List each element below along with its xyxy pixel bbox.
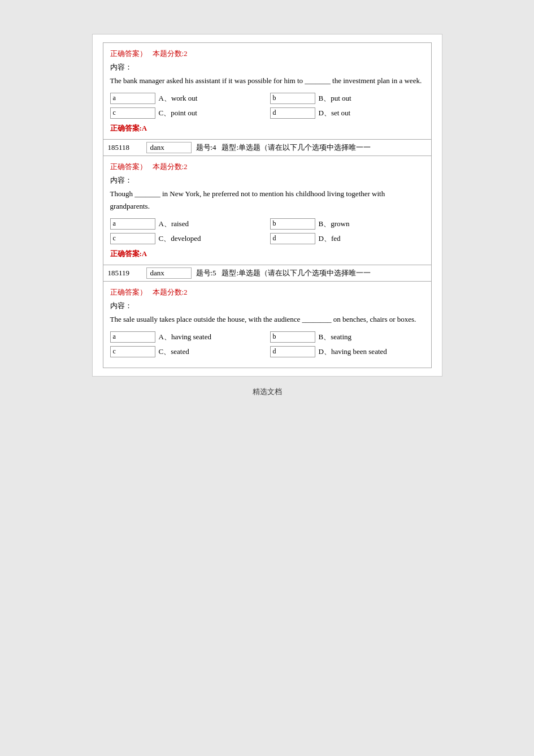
question-block-2: 185118 danx 题号:4 题型:单选题（请在以下几个选项中选择唯一一 正… <box>103 140 432 265</box>
content-label-1: 内容： <box>110 62 424 72</box>
content-label-3: 内容： <box>110 301 424 311</box>
option-box-3d[interactable]: d <box>270 346 315 357</box>
option-label-3d: D、having been seated <box>319 347 387 357</box>
option-label-2d: D、fed <box>319 234 341 244</box>
option-2a: a A、raised <box>110 218 264 230</box>
question-body-1: 正确答案） 本题分数:2 内容： The bank manager asked … <box>103 43 431 139</box>
option-box-1a[interactable]: a <box>110 93 155 104</box>
options-1: a A、work out b B、put out c C、point out d… <box>110 93 424 119</box>
content-label-2: 内容： <box>110 175 424 185</box>
option-label-3b: B、seating <box>319 332 352 342</box>
option-label-1b: B、put out <box>319 93 351 103</box>
page-container: 正确答案） 本题分数:2 内容： The bank manager asked … <box>92 34 442 377</box>
score-label-2: 本题分数:2 <box>153 162 188 173</box>
score-label-1: 本题分数:2 <box>153 49 188 60</box>
option-1c: c C、point out <box>110 107 264 119</box>
option-box-2a[interactable]: a <box>110 218 155 230</box>
option-label-1d: D、set out <box>319 108 351 118</box>
question-body-3: 正确答案） 本题分数:2 内容： The sale usually takes … <box>103 282 431 368</box>
question-meta-2: 题号:4 题型:单选题（请在以下几个选项中选择唯一一 <box>196 142 371 153</box>
score-label-3: 本题分数:2 <box>153 287 188 299</box>
answer-2: 正确答案:A <box>110 249 424 259</box>
question-author-2: danx <box>146 142 192 153</box>
option-box-1d[interactable]: d <box>270 107 315 119</box>
options-3: a A、having seated b B、seating c C、seated… <box>110 331 424 357</box>
option-box-2d[interactable]: d <box>270 233 315 244</box>
question-id-2: 185118 <box>108 143 142 152</box>
option-3b: b B、seating <box>270 331 424 343</box>
option-label-2c: C、developed <box>159 234 201 244</box>
question-header-2: 185118 danx 题号:4 题型:单选题（请在以下几个选项中选择唯一一 <box>103 140 431 156</box>
question-text-3: The sale usually takes place outside the… <box>110 313 424 326</box>
option-2d: d D、fed <box>270 233 424 244</box>
option-1b: b B、put out <box>270 93 424 104</box>
option-box-2b[interactable]: b <box>270 218 315 230</box>
option-box-3c[interactable]: c <box>110 346 155 357</box>
question-block-3: 185119 danx 题号:5 题型:单选题（请在以下几个选项中选择唯一一 正… <box>103 265 432 368</box>
option-2c: c C、developed <box>110 233 264 244</box>
correct-answer-label-1: 正确答案） <box>110 49 147 59</box>
question-author-3: danx <box>146 267 192 279</box>
question-block-1: 正确答案） 本题分数:2 内容： The bank manager asked … <box>103 42 432 140</box>
option-label-2b: B、grown <box>319 219 350 229</box>
footer-text: 精选文档 <box>253 387 282 397</box>
option-label-3c: C、seated <box>159 347 189 357</box>
question-text-2: Though _______ in New York, he preferred… <box>110 188 424 213</box>
option-3c: c C、seated <box>110 346 264 357</box>
question-body-2: 正确答案） 本题分数:2 内容： Though _______ in New Y… <box>103 156 431 265</box>
option-box-3b[interactable]: b <box>270 331 315 343</box>
question-id-3: 185119 <box>108 269 142 278</box>
option-3a: a A、having seated <box>110 331 264 343</box>
option-box-2c[interactable]: c <box>110 233 155 244</box>
question-header-3: 185119 danx 题号:5 题型:单选题（请在以下几个选项中选择唯一一 <box>103 265 431 282</box>
option-3d: d D、having been seated <box>270 346 424 357</box>
option-label-1c: C、point out <box>159 108 197 118</box>
option-box-1b[interactable]: b <box>270 93 315 104</box>
correct-answer-label-3: 正确答案） <box>110 287 147 297</box>
answer-1: 正确答案:A <box>110 123 424 133</box>
option-box-3a[interactable]: a <box>110 331 155 343</box>
option-2b: b B、grown <box>270 218 424 230</box>
question-meta-3: 题号:5 题型:单选题（请在以下几个选项中选择唯一一 <box>196 268 371 278</box>
option-1a: a A、work out <box>110 93 264 104</box>
option-box-1c[interactable]: c <box>110 107 155 119</box>
correct-answer-label-2: 正确答案） <box>110 162 147 172</box>
options-2: a A、raised b B、grown c C、developed d D、f… <box>110 218 424 244</box>
option-label-2a: A、raised <box>159 219 189 229</box>
option-label-3a: A、having seated <box>159 332 212 342</box>
option-1d: d D、set out <box>270 107 424 119</box>
question-text-1: The bank manager asked his assistant if … <box>110 75 424 87</box>
option-label-1a: A、work out <box>159 93 198 103</box>
